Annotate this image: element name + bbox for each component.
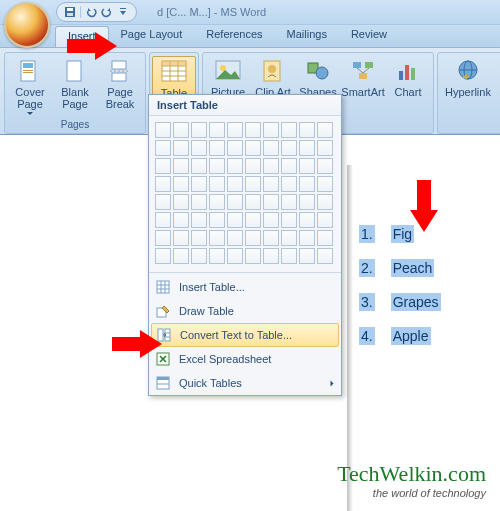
blank-page-button[interactable]: Blank Page	[54, 56, 96, 117]
grid-cell[interactable]	[191, 122, 207, 138]
grid-cell[interactable]	[281, 248, 297, 264]
grid-cell[interactable]	[191, 140, 207, 156]
grid-cell[interactable]	[299, 212, 315, 228]
grid-cell[interactable]	[173, 158, 189, 174]
grid-cell[interactable]	[245, 212, 261, 228]
grid-cell[interactable]	[317, 176, 333, 192]
tab-review[interactable]: Review	[339, 25, 399, 47]
grid-cell[interactable]	[263, 230, 279, 246]
grid-cell[interactable]	[173, 248, 189, 264]
grid-cell[interactable]	[281, 176, 297, 192]
office-button[interactable]	[4, 2, 50, 48]
grid-cell[interactable]	[299, 122, 315, 138]
grid-cell[interactable]	[317, 122, 333, 138]
grid-cell[interactable]	[227, 122, 243, 138]
grid-cell[interactable]	[263, 194, 279, 210]
grid-cell[interactable]	[191, 248, 207, 264]
grid-cell[interactable]	[191, 158, 207, 174]
grid-cell[interactable]	[317, 230, 333, 246]
grid-cell[interactable]	[191, 230, 207, 246]
grid-cell[interactable]	[281, 230, 297, 246]
grid-cell[interactable]	[209, 212, 225, 228]
grid-cell[interactable]	[281, 212, 297, 228]
grid-cell[interactable]	[191, 212, 207, 228]
grid-cell[interactable]	[173, 176, 189, 192]
grid-cell[interactable]	[227, 140, 243, 156]
grid-cell[interactable]	[191, 194, 207, 210]
grid-cell[interactable]	[299, 248, 315, 264]
grid-cell[interactable]	[299, 176, 315, 192]
grid-cell[interactable]	[155, 122, 171, 138]
grid-cell[interactable]	[155, 158, 171, 174]
grid-cell[interactable]	[155, 176, 171, 192]
grid-cell[interactable]	[191, 176, 207, 192]
grid-cell[interactable]	[209, 194, 225, 210]
hyperlink-button[interactable]: Hyperlink	[442, 56, 494, 100]
grid-cell[interactable]	[227, 176, 243, 192]
cover-page-button[interactable]: Cover Page	[9, 56, 51, 117]
excel-spreadsheet-item[interactable]: Excel Spreadsheet	[149, 347, 341, 371]
grid-cell[interactable]	[173, 140, 189, 156]
grid-cell[interactable]	[317, 248, 333, 264]
smartart-button[interactable]: SmartArt	[342, 56, 384, 105]
chart-button[interactable]: Chart	[387, 56, 429, 105]
tab-page-layout[interactable]: Page Layout	[109, 25, 195, 47]
redo-icon[interactable]	[100, 5, 114, 19]
draw-table-item[interactable]: Draw Table	[149, 299, 341, 323]
qat-more-icon[interactable]	[116, 5, 130, 19]
grid-cell[interactable]	[245, 176, 261, 192]
grid-cell[interactable]	[281, 140, 297, 156]
grid-cell[interactable]	[245, 230, 261, 246]
convert-text-to-table-item[interactable]: Convert Text to Table...	[151, 323, 339, 347]
grid-cell[interactable]	[209, 176, 225, 192]
grid-cell[interactable]	[227, 158, 243, 174]
grid-cell[interactable]	[245, 140, 261, 156]
grid-cell[interactable]	[227, 194, 243, 210]
grid-cell[interactable]	[155, 248, 171, 264]
insert-table-item[interactable]: Insert Table...	[149, 275, 341, 299]
grid-cell[interactable]	[299, 158, 315, 174]
grid-cell[interactable]	[245, 194, 261, 210]
grid-cell[interactable]	[227, 248, 243, 264]
grid-cell[interactable]	[155, 194, 171, 210]
grid-cell[interactable]	[281, 158, 297, 174]
table-grid-selector[interactable]	[149, 116, 341, 270]
grid-cell[interactable]	[209, 140, 225, 156]
grid-cell[interactable]	[317, 158, 333, 174]
grid-cell[interactable]	[209, 230, 225, 246]
grid-cell[interactable]	[155, 212, 171, 228]
undo-icon[interactable]	[84, 5, 98, 19]
grid-cell[interactable]	[263, 248, 279, 264]
grid-cell[interactable]	[227, 212, 243, 228]
quick-tables-item[interactable]: Quick Tables	[149, 371, 341, 395]
grid-cell[interactable]	[245, 122, 261, 138]
grid-cell[interactable]	[245, 248, 261, 264]
tab-references[interactable]: References	[194, 25, 274, 47]
save-icon[interactable]	[63, 5, 77, 19]
grid-cell[interactable]	[299, 194, 315, 210]
grid-cell[interactable]	[209, 158, 225, 174]
grid-cell[interactable]	[299, 230, 315, 246]
grid-cell[interactable]	[263, 122, 279, 138]
page-break-button[interactable]: Page Break	[99, 56, 141, 117]
grid-cell[interactable]	[209, 248, 225, 264]
grid-cell[interactable]	[263, 212, 279, 228]
grid-cell[interactable]	[317, 140, 333, 156]
grid-cell[interactable]	[317, 194, 333, 210]
tab-mailings[interactable]: Mailings	[275, 25, 339, 47]
grid-cell[interactable]	[227, 230, 243, 246]
grid-cell[interactable]	[281, 122, 297, 138]
grid-cell[interactable]	[299, 140, 315, 156]
grid-cell[interactable]	[263, 176, 279, 192]
grid-cell[interactable]	[173, 122, 189, 138]
grid-cell[interactable]	[155, 140, 171, 156]
grid-cell[interactable]	[209, 122, 225, 138]
grid-cell[interactable]	[173, 230, 189, 246]
grid-cell[interactable]	[263, 140, 279, 156]
grid-cell[interactable]	[155, 230, 171, 246]
grid-cell[interactable]	[245, 158, 261, 174]
grid-cell[interactable]	[317, 212, 333, 228]
grid-cell[interactable]	[173, 212, 189, 228]
grid-cell[interactable]	[281, 194, 297, 210]
grid-cell[interactable]	[173, 194, 189, 210]
